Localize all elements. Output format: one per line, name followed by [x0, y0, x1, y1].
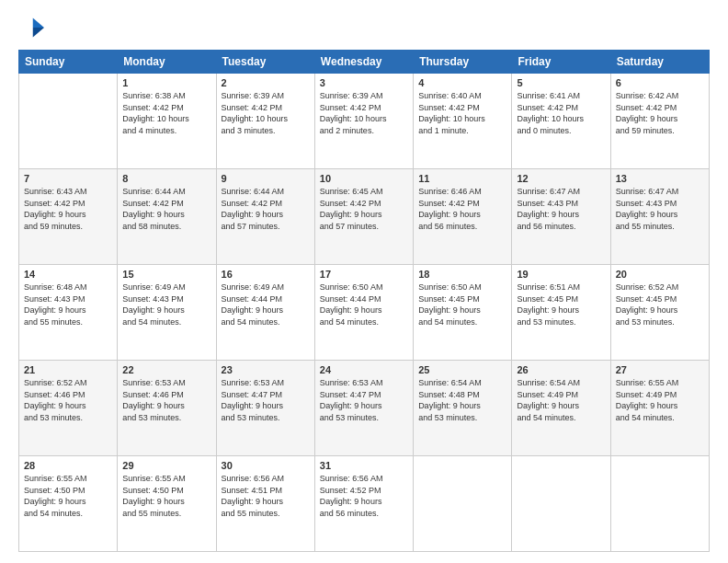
calendar-cell: 1Sunrise: 6:38 AM Sunset: 4:42 PM Daylig…: [118, 74, 216, 169]
day-info: Sunrise: 6:52 AM Sunset: 4:46 PM Dayligh…: [24, 377, 112, 423]
calendar-cell: 9Sunrise: 6:44 AM Sunset: 4:42 PM Daylig…: [216, 169, 314, 265]
day-info: Sunrise: 6:55 AM Sunset: 4:50 PM Dayligh…: [24, 473, 112, 519]
day-header-sunday: Sunday: [19, 51, 118, 74]
calendar-cell: 13Sunrise: 6:47 AM Sunset: 4:43 PM Dayli…: [610, 169, 709, 265]
day-info: Sunrise: 6:56 AM Sunset: 4:51 PM Dayligh…: [222, 473, 310, 519]
calendar-cell: [19, 74, 118, 169]
day-info: Sunrise: 6:53 AM Sunset: 4:47 PM Dayligh…: [320, 377, 408, 423]
calendar-cell: 28Sunrise: 6:55 AM Sunset: 4:50 PM Dayli…: [19, 456, 118, 552]
day-number: 13: [616, 173, 704, 184]
calendar-cell: 22Sunrise: 6:53 AM Sunset: 4:46 PM Dayli…: [118, 361, 216, 456]
calendar-cell: 16Sunrise: 6:49 AM Sunset: 4:44 PM Dayli…: [216, 265, 314, 361]
calendar-cell: 15Sunrise: 6:49 AM Sunset: 4:43 PM Dayli…: [118, 265, 216, 361]
day-number: 26: [517, 364, 605, 375]
day-number: 14: [24, 269, 112, 280]
day-info: Sunrise: 6:43 AM Sunset: 4:42 PM Dayligh…: [24, 186, 112, 232]
header: [18, 15, 710, 40]
day-info: Sunrise: 6:51 AM Sunset: 4:45 PM Dayligh…: [517, 282, 605, 327]
day-info: Sunrise: 6:48 AM Sunset: 4:43 PM Dayligh…: [24, 282, 112, 327]
calendar-cell: 26Sunrise: 6:54 AM Sunset: 4:49 PM Dayli…: [512, 361, 610, 456]
day-number: 28: [24, 460, 112, 471]
day-number: 27: [616, 364, 704, 375]
logo: [18, 15, 48, 40]
header-row: SundayMondayTuesdayWednesdayThursdayFrid…: [19, 51, 710, 74]
day-number: 16: [222, 269, 310, 280]
day-header-friday: Friday: [512, 51, 610, 74]
day-info: Sunrise: 6:40 AM Sunset: 4:42 PM Dayligh…: [418, 90, 506, 136]
day-info: Sunrise: 6:45 AM Sunset: 4:42 PM Dayligh…: [320, 186, 408, 232]
calendar-cell: [610, 456, 709, 552]
calendar-row-4: 28Sunrise: 6:55 AM Sunset: 4:50 PM Dayli…: [19, 456, 710, 552]
calendar-cell: 24Sunrise: 6:53 AM Sunset: 4:47 PM Dayli…: [314, 361, 413, 456]
day-number: 8: [122, 173, 210, 184]
day-number: 12: [517, 173, 605, 184]
day-number: 7: [24, 173, 112, 184]
day-info: Sunrise: 6:39 AM Sunset: 4:42 PM Dayligh…: [320, 90, 408, 136]
calendar-cell: 19Sunrise: 6:51 AM Sunset: 4:45 PM Dayli…: [512, 265, 610, 361]
day-header-thursday: Thursday: [414, 51, 512, 74]
day-number: 3: [320, 77, 408, 88]
day-info: Sunrise: 6:54 AM Sunset: 4:48 PM Dayligh…: [418, 377, 506, 423]
day-info: Sunrise: 6:38 AM Sunset: 4:42 PM Dayligh…: [122, 90, 210, 136]
calendar-cell: 27Sunrise: 6:55 AM Sunset: 4:49 PM Dayli…: [610, 361, 709, 456]
calendar-cell: 2Sunrise: 6:39 AM Sunset: 4:42 PM Daylig…: [216, 74, 314, 169]
day-info: Sunrise: 6:44 AM Sunset: 4:42 PM Dayligh…: [122, 186, 210, 232]
day-number: 5: [517, 77, 605, 88]
day-number: 10: [320, 173, 408, 184]
calendar-cell: 18Sunrise: 6:50 AM Sunset: 4:45 PM Dayli…: [414, 265, 512, 361]
calendar-cell: 21Sunrise: 6:52 AM Sunset: 4:46 PM Dayli…: [19, 361, 118, 456]
calendar-cell: 12Sunrise: 6:47 AM Sunset: 4:43 PM Dayli…: [512, 169, 610, 265]
day-info: Sunrise: 6:50 AM Sunset: 4:45 PM Dayligh…: [418, 282, 506, 327]
day-number: 23: [222, 364, 310, 375]
calendar-cell: 17Sunrise: 6:50 AM Sunset: 4:44 PM Dayli…: [314, 265, 413, 361]
day-info: Sunrise: 6:39 AM Sunset: 4:42 PM Dayligh…: [222, 90, 310, 136]
day-info: Sunrise: 6:56 AM Sunset: 4:52 PM Dayligh…: [320, 473, 408, 519]
calendar-cell: 23Sunrise: 6:53 AM Sunset: 4:47 PM Dayli…: [216, 361, 314, 456]
calendar-cell: 14Sunrise: 6:48 AM Sunset: 4:43 PM Dayli…: [19, 265, 118, 361]
day-number: 20: [616, 269, 704, 280]
day-info: Sunrise: 6:46 AM Sunset: 4:42 PM Dayligh…: [418, 186, 506, 232]
day-header-tuesday: Tuesday: [216, 51, 314, 74]
calendar-cell: 29Sunrise: 6:55 AM Sunset: 4:50 PM Dayli…: [118, 456, 216, 552]
day-header-monday: Monday: [118, 51, 216, 74]
day-number: 21: [24, 364, 112, 375]
calendar-cell: 6Sunrise: 6:42 AM Sunset: 4:42 PM Daylig…: [610, 74, 709, 169]
day-info: Sunrise: 6:41 AM Sunset: 4:42 PM Dayligh…: [517, 90, 605, 136]
logo-icon: [18, 15, 44, 40]
calendar-row-1: 7Sunrise: 6:43 AM Sunset: 4:42 PM Daylig…: [19, 169, 710, 265]
calendar-cell: 25Sunrise: 6:54 AM Sunset: 4:48 PM Dayli…: [414, 361, 512, 456]
day-info: Sunrise: 6:50 AM Sunset: 4:44 PM Dayligh…: [320, 282, 408, 327]
day-header-wednesday: Wednesday: [314, 51, 413, 74]
calendar-cell: 30Sunrise: 6:56 AM Sunset: 4:51 PM Dayli…: [216, 456, 314, 552]
day-info: Sunrise: 6:53 AM Sunset: 4:47 PM Dayligh…: [222, 377, 310, 423]
calendar-row-0: 1Sunrise: 6:38 AM Sunset: 4:42 PM Daylig…: [19, 74, 710, 169]
day-info: Sunrise: 6:52 AM Sunset: 4:45 PM Dayligh…: [616, 282, 704, 327]
day-number: 18: [418, 269, 506, 280]
calendar-cell: [414, 456, 512, 552]
page: SundayMondayTuesdayWednesdayThursdayFrid…: [0, 0, 728, 563]
day-info: Sunrise: 6:53 AM Sunset: 4:46 PM Dayligh…: [122, 377, 210, 423]
svg-marker-0: [33, 18, 44, 29]
day-header-saturday: Saturday: [610, 51, 709, 74]
day-number: 2: [222, 77, 310, 88]
calendar-table: SundayMondayTuesdayWednesdayThursdayFrid…: [18, 50, 710, 552]
day-info: Sunrise: 6:55 AM Sunset: 4:50 PM Dayligh…: [122, 473, 210, 519]
day-number: 6: [616, 77, 704, 88]
day-info: Sunrise: 6:49 AM Sunset: 4:44 PM Dayligh…: [222, 282, 310, 327]
calendar-cell: 31Sunrise: 6:56 AM Sunset: 4:52 PM Dayli…: [314, 456, 413, 552]
calendar-cell: 7Sunrise: 6:43 AM Sunset: 4:42 PM Daylig…: [19, 169, 118, 265]
calendar-row-2: 14Sunrise: 6:48 AM Sunset: 4:43 PM Dayli…: [19, 265, 710, 361]
day-number: 1: [122, 77, 210, 88]
calendar-cell: [512, 456, 610, 552]
day-number: 9: [222, 173, 310, 184]
calendar-cell: 3Sunrise: 6:39 AM Sunset: 4:42 PM Daylig…: [314, 74, 413, 169]
day-number: 22: [122, 364, 210, 375]
day-info: Sunrise: 6:55 AM Sunset: 4:49 PM Dayligh…: [616, 377, 704, 423]
day-number: 11: [418, 173, 506, 184]
day-info: Sunrise: 6:47 AM Sunset: 4:43 PM Dayligh…: [616, 186, 704, 232]
day-number: 29: [122, 460, 210, 471]
day-info: Sunrise: 6:42 AM Sunset: 4:42 PM Dayligh…: [616, 90, 704, 136]
calendar-cell: 4Sunrise: 6:40 AM Sunset: 4:42 PM Daylig…: [414, 74, 512, 169]
day-number: 4: [418, 77, 506, 88]
day-info: Sunrise: 6:47 AM Sunset: 4:43 PM Dayligh…: [517, 186, 605, 232]
